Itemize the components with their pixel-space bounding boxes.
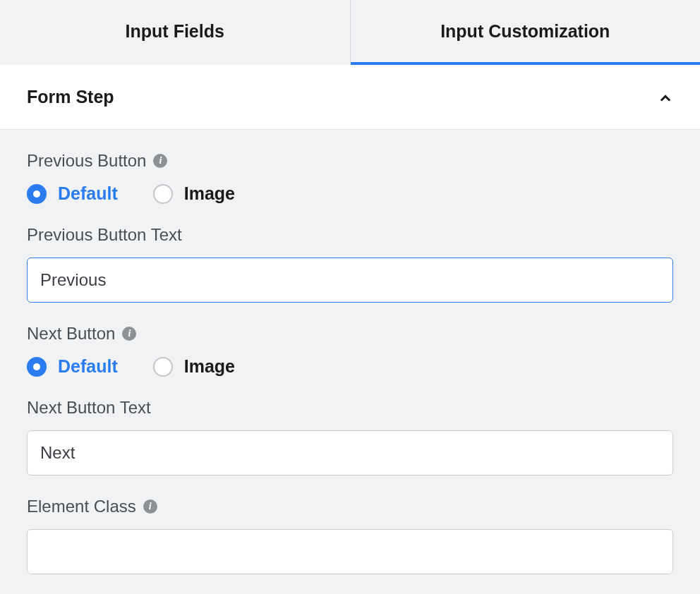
field-label: Next Button (27, 324, 115, 344)
field-label-row: Element Class i (27, 497, 673, 516)
field-label: Element Class (27, 497, 136, 516)
tab-input-customization[interactable]: Input Customization (351, 0, 701, 65)
radio-row-next: Default Image (27, 356, 673, 377)
radio-icon (27, 184, 47, 204)
field-next-button-text: Next Button Text (27, 398, 673, 475)
field-label-row: Next Button i (27, 324, 673, 344)
field-element-class: Element Class i (27, 497, 673, 574)
info-icon[interactable]: i (143, 499, 157, 514)
chevron-up-icon[interactable] (658, 90, 673, 105)
radio-icon (153, 184, 173, 204)
radio-label: Image (184, 183, 235, 204)
radio-next-image[interactable]: Image (153, 356, 235, 377)
radio-icon (27, 357, 47, 377)
field-label-row: Previous Button Text (27, 225, 673, 245)
field-label: Next Button Text (27, 398, 151, 418)
radio-row-previous: Default Image (27, 183, 673, 204)
radio-previous-image[interactable]: Image (153, 183, 235, 204)
tab-input-fields[interactable]: Input Fields (0, 0, 351, 65)
tab-label: Input Customization (440, 21, 610, 42)
field-label: Previous Button (27, 151, 146, 171)
field-label-row: Next Button Text (27, 398, 673, 418)
previous-button-text-input[interactable] (27, 257, 673, 303)
section-header[interactable]: Form Step (0, 65, 700, 130)
field-label-row: Previous Button i (27, 151, 673, 171)
tab-label: Input Fields (126, 21, 224, 42)
tabs-container: Input Fields Input Customization (0, 0, 700, 65)
field-previous-button: Previous Button i Default Image (27, 151, 673, 204)
info-icon[interactable]: i (153, 154, 167, 168)
panel-body: Previous Button i Default Image Previous… (0, 130, 700, 594)
next-button-text-input[interactable] (27, 430, 673, 475)
radio-icon (153, 357, 173, 377)
radio-label: Default (58, 183, 118, 204)
radio-previous-default[interactable]: Default (27, 183, 118, 204)
info-icon[interactable]: i (122, 327, 136, 341)
element-class-input[interactable] (27, 529, 673, 574)
radio-label: Default (58, 356, 118, 377)
section-title: Form Step (27, 87, 114, 107)
field-label: Previous Button Text (27, 225, 182, 245)
field-previous-button-text: Previous Button Text (27, 225, 673, 303)
field-next-button: Next Button i Default Image (27, 324, 673, 377)
radio-label: Image (184, 356, 235, 377)
radio-next-default[interactable]: Default (27, 356, 118, 377)
